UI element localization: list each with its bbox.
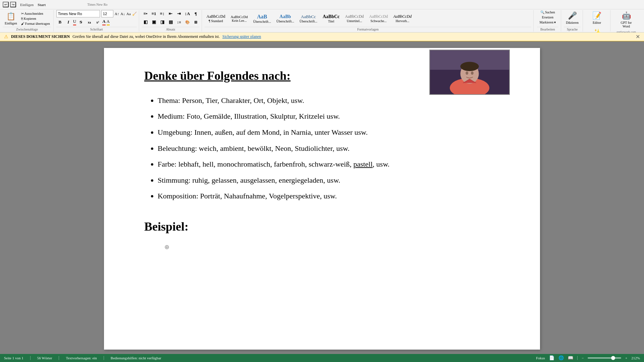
undo-button[interactable]: ↩	[3, 2, 9, 7]
decrease-indent-button[interactable]: ⇤	[167, 10, 174, 17]
document-list: Thema: Person, Tier, Charakter, Ort, Obj…	[144, 94, 500, 203]
focus-label[interactable]: Fokus	[536, 356, 545, 360]
list-item-5-text: Stimmung: ruhig, gelassen, ausgelassen, …	[158, 176, 340, 184]
superscript-button[interactable]: x²	[94, 18, 101, 26]
list-item-4: Farbe: lebhaft, hell, monochromatisch, f…	[158, 158, 500, 171]
zoom-level[interactable]: 212%	[631, 356, 640, 360]
view-mode-read-icon[interactable]: 📖	[568, 355, 573, 361]
font-color-button[interactable]: A	[102, 19, 105, 25]
editor-button[interactable]: 📝 Editor	[590, 10, 603, 26]
justify-button[interactable]: ▤	[167, 18, 174, 26]
shading-button[interactable]: 🎨	[184, 18, 191, 26]
format-painter-button[interactable]: 🖌 Format übertragen	[20, 21, 51, 26]
style-title[interactable]: AaBbCc Titel	[321, 13, 342, 24]
paste-label: Einfügen	[5, 21, 17, 25]
microphone-icon: 🎤	[568, 11, 577, 20]
multilevel-button[interactable]: ≡↕	[159, 10, 166, 17]
paste-button[interactable]: 📋 Einfügen	[3, 11, 19, 26]
style-standard-preview: AaBbCcDd	[207, 14, 225, 19]
increase-indent-button[interactable]: ⇥	[175, 10, 183, 17]
notif-close-button[interactable]: ✕	[636, 34, 640, 40]
format-painter-icon: 🖌	[21, 22, 24, 25]
notif-description: Greifen Sie überall auf diese Datei zu, …	[72, 34, 220, 39]
style-heading2[interactable]: AaBb Überschrift...	[274, 13, 296, 24]
status-separator-2	[59, 356, 59, 360]
ribbon: ↩ ↪ Einfügen Start Times New Ro 📋 Einfüg…	[0, 0, 644, 33]
font-name-display: Times New Ro	[87, 3, 107, 6]
underline-button[interactable]: U	[73, 19, 76, 25]
show-marks-button[interactable]: ¶	[192, 10, 200, 17]
style-untertitel[interactable]: AaBbCcDd Untertitel...	[343, 13, 366, 23]
bullets-button[interactable]: ≡•	[142, 10, 149, 17]
sort-button[interactable]: ↕A	[184, 10, 191, 17]
style-weak-label: Schwache...	[371, 19, 387, 23]
list-item-6-text: Komposition: Porträt, Nahaufnahme, Vogel…	[158, 192, 337, 200]
cursor-position: ⊕	[164, 243, 169, 251]
style-heading3[interactable]: AaBbCc Überschrift...	[298, 13, 319, 24]
editor-label: Editor	[593, 21, 601, 24]
list-item-6: Komposition: Porträt, Nahaufnahme, Vogel…	[158, 189, 500, 203]
warning-icon: ⚠	[4, 34, 8, 40]
gpt-button[interactable]: 🤖 GPT forWord	[619, 10, 634, 29]
clear-format-btn[interactable]: 🧹	[132, 12, 137, 16]
style-heading1[interactable]: AaB Überschrift...	[251, 13, 273, 24]
view-mode-web-icon[interactable]: 🌐	[558, 355, 564, 361]
tab-label-einfuegen[interactable]: Einfügen	[20, 3, 34, 7]
style-nospacing-label: Kein Lee...	[232, 19, 247, 22]
absatz-label: Absatz	[142, 27, 200, 32]
borders-button[interactable]: ⊞	[192, 18, 200, 26]
schriftart-label: Schriftart	[56, 27, 137, 32]
grow-font-btn[interactable]: A↑	[115, 12, 119, 16]
markieren-label: Markieren	[539, 20, 553, 24]
align-right-button[interactable]: ◨	[159, 18, 166, 26]
zoom-out-button[interactable]: −	[582, 356, 584, 360]
zoom-slider[interactable]	[588, 357, 621, 359]
person-svg	[430, 50, 509, 95]
redo-button[interactable]: ↪	[10, 2, 16, 7]
svg-point-6	[460, 62, 479, 71]
tab-label-start: Start	[38, 3, 46, 7]
markieren-button[interactable]: Markieren ▾	[538, 20, 557, 24]
list-item-1: Medium: Foto, Gemälde, Illustration, Sku…	[158, 110, 500, 123]
notif-title: DIESES DOKUMENT SICHERN	[11, 34, 70, 39]
bold-button[interactable]: B	[56, 18, 64, 26]
diktieren-button[interactable]: 🎤 Diktieren	[564, 10, 581, 26]
view-mode-print-icon[interactable]: 📄	[549, 355, 554, 361]
style-h2-label: Überschrift...	[276, 19, 294, 23]
style-schwache[interactable]: AaBbCcDd Schwache...	[367, 13, 390, 23]
style-no-spacing[interactable]: AaBbCcDd Kein Lee...	[229, 14, 250, 23]
italic-button[interactable]: I	[65, 18, 72, 26]
font-size-input[interactable]	[101, 10, 113, 17]
zoom-in-button[interactable]: +	[625, 356, 627, 360]
font-name-input[interactable]	[56, 10, 100, 17]
status-separator-3	[104, 356, 104, 360]
strikethrough-button[interactable]: S	[77, 18, 85, 26]
diktieren-section-label: Sprache	[564, 27, 581, 32]
suchen-button[interactable]: 🔍 Suchen	[539, 10, 556, 14]
list-item-4-text: Farbe: lebhaft, hell, monochromatisch, f…	[158, 160, 389, 168]
subscript-button[interactable]: x₂	[86, 18, 93, 26]
style-h3-label: Überschrift...	[300, 19, 317, 23]
highlight-button[interactable]: A	[107, 19, 110, 25]
copy-button[interactable]: ⎘ Kopieren	[20, 16, 51, 21]
zoom-thumb	[611, 356, 615, 360]
align-center-button[interactable]: ▣	[150, 18, 158, 26]
style-h1-preview: AaB	[257, 14, 267, 20]
numbering-button[interactable]: ≡1	[150, 10, 158, 17]
gpt-group: 🤖 GPT forWord gptforwork.com	[611, 10, 641, 32]
cut-button[interactable]: ✂ Ausschneiden	[20, 11, 51, 16]
bearbeiten-label: Bearbeiten	[537, 27, 558, 32]
shrink-font-btn[interactable]: A↓	[120, 12, 125, 16]
search-icon: 🔍	[540, 10, 544, 14]
style-standard[interactable]: AaBbCcDd ¶ Standard	[205, 13, 227, 23]
copy-label: Kopieren	[24, 17, 36, 20]
suchen-label: Suchen	[545, 10, 555, 14]
status-bar-right: Fokus 📄 🌐 📖 − + 212%	[536, 355, 640, 361]
line-spacing-button[interactable]: ↕≡	[175, 18, 183, 26]
style-weak-preview: AaBbCcDd	[369, 14, 388, 19]
change-case-btn[interactable]: Aa	[126, 12, 131, 16]
style-hervor[interactable]: AaBbCcDd Hervorh...	[391, 13, 414, 23]
align-left-button[interactable]: ◧	[142, 18, 149, 26]
ersetzen-button[interactable]: Ersetzen	[541, 15, 555, 19]
notif-link[interactable]: Sicherung später planen	[222, 34, 261, 39]
